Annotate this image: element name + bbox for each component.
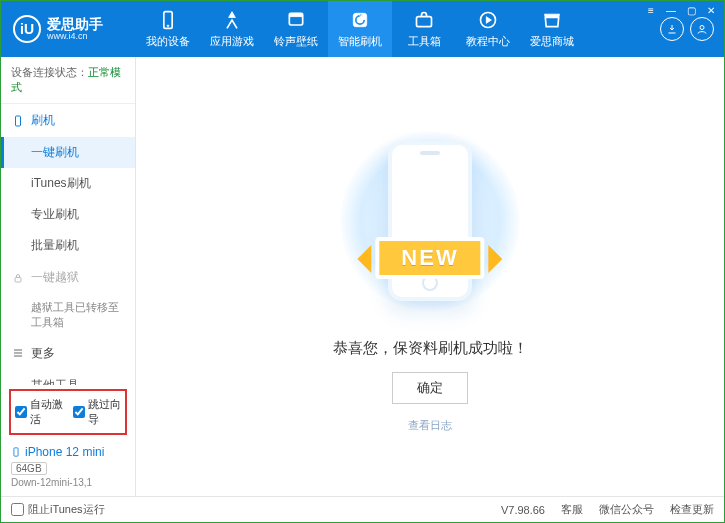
minimize-icon[interactable]: — <box>664 5 678 15</box>
nav-label: 爱思商城 <box>530 34 574 49</box>
jailbreak-note: 越狱工具已转移至工具箱 <box>1 294 135 337</box>
device-icon <box>158 10 178 30</box>
titlebar: iU 爱思助手 www.i4.cn 我的设备 应用游戏 铃声壁纸 智能刷机 <box>1 1 724 57</box>
nav-label: 工具箱 <box>408 34 441 49</box>
apps-icon <box>222 10 242 30</box>
logo-mark: iU <box>13 15 41 43</box>
store-icon <box>542 10 562 30</box>
svg-point-1 <box>167 25 169 27</box>
toolbox-icon <box>414 10 434 30</box>
download-button[interactable] <box>660 17 684 41</box>
svg-rect-8 <box>16 116 21 126</box>
svg-rect-10 <box>14 448 18 456</box>
play-icon <box>478 10 498 30</box>
nav-apps[interactable]: 应用游戏 <box>200 1 264 57</box>
view-log-link[interactable]: 查看日志 <box>408 418 452 433</box>
nav-flash[interactable]: 智能刷机 <box>328 1 392 57</box>
close-icon[interactable]: ✕ <box>704 5 718 15</box>
nav-label: 铃声壁纸 <box>274 34 318 49</box>
section-title: 更多 <box>31 345 55 362</box>
section-jailbreak[interactable]: 一键越狱 <box>1 261 135 294</box>
account-button[interactable] <box>690 17 714 41</box>
ribbon-text: NEW <box>375 237 484 279</box>
connection-status: 设备连接状态：正常模式 <box>1 57 135 104</box>
sidebar-item-pro[interactable]: 专业刷机 <box>1 199 135 230</box>
nav-label: 教程中心 <box>466 34 510 49</box>
brand-logo: iU 爱思助手 www.i4.cn <box>1 15 136 43</box>
menu-icon[interactable]: ≡ <box>644 5 658 15</box>
wallpaper-icon <box>286 10 306 30</box>
svg-rect-3 <box>289 13 302 16</box>
sidebar: 设备连接状态：正常模式 刷机 一键刷机 iTunes刷机 专业刷机 批量刷机 <box>1 57 136 496</box>
download-icon <box>666 23 678 35</box>
version-label: V7.98.66 <box>501 504 545 516</box>
section-more[interactable]: 更多 <box>1 337 135 370</box>
section-title: 刷机 <box>31 112 55 129</box>
main-panel: NEW 恭喜您，保资料刷机成功啦！ 确定 查看日志 <box>136 57 724 496</box>
skip-guide-input[interactable] <box>73 406 85 418</box>
skip-guide-label: 跳过向导 <box>88 397 121 427</box>
checkbox-auto-activate[interactable]: 自动激活 <box>15 397 63 427</box>
section-title: 一键越狱 <box>31 269 79 286</box>
body: 设备连接状态：正常模式 刷机 一键刷机 iTunes刷机 专业刷机 批量刷机 <box>1 57 724 496</box>
main-nav: 我的设备 应用游戏 铃声壁纸 智能刷机 工具箱 教程中心 <box>136 1 660 57</box>
nav-my-device[interactable]: 我的设备 <box>136 1 200 57</box>
support-link[interactable]: 客服 <box>561 502 583 517</box>
nav-label: 应用游戏 <box>210 34 254 49</box>
sidebar-scroll: 刷机 一键刷机 iTunes刷机 专业刷机 批量刷机 一键越狱 越狱工具已转移至… <box>1 104 135 385</box>
device-model: Down-12mini-13,1 <box>11 477 125 488</box>
device-name-text: iPhone 12 mini <box>25 445 104 459</box>
nav-ringtone[interactable]: 铃声壁纸 <box>264 1 328 57</box>
block-itunes-checkbox[interactable]: 阻止iTunes运行 <box>11 502 105 517</box>
content-area: NEW 恭喜您，保资料刷机成功啦！ 确定 查看日志 <box>136 57 724 496</box>
options-highlight: 自动激活 跳过向导 <box>9 389 127 435</box>
sidebar-item-batch[interactable]: 批量刷机 <box>1 230 135 261</box>
list-icon <box>11 346 25 360</box>
auto-activate-label: 自动激活 <box>30 397 63 427</box>
checkbox-skip-guide[interactable]: 跳过向导 <box>73 397 121 427</box>
success-illustration: NEW <box>320 121 540 321</box>
status-bar: 阻止iTunes运行 V7.98.66 客服 微信公众号 检查更新 <box>1 496 724 522</box>
update-link[interactable]: 检查更新 <box>670 502 714 517</box>
brand-name: 爱思助手 <box>47 17 103 31</box>
phone-icon <box>11 114 25 128</box>
block-itunes-label: 阻止iTunes运行 <box>28 502 105 517</box>
nav-label: 智能刷机 <box>338 34 382 49</box>
nav-store[interactable]: 爱思商城 <box>520 1 584 57</box>
phone-icon <box>11 445 21 459</box>
connection-label: 设备连接状态： <box>11 66 88 78</box>
wechat-link[interactable]: 微信公众号 <box>599 502 654 517</box>
title-right <box>660 17 724 41</box>
block-itunes-input[interactable] <box>11 503 24 516</box>
window-controls: ≡ — ▢ ✕ <box>644 5 718 15</box>
auto-activate-input[interactable] <box>15 406 27 418</box>
svg-rect-5 <box>417 16 432 26</box>
lock-icon <box>11 271 25 285</box>
nav-toolbox[interactable]: 工具箱 <box>392 1 456 57</box>
svg-point-7 <box>700 26 704 30</box>
maximize-icon[interactable]: ▢ <box>684 5 698 15</box>
user-icon <box>696 23 708 35</box>
nav-tutorial[interactable]: 教程中心 <box>456 1 520 57</box>
device-name: iPhone 12 mini <box>11 445 125 459</box>
sidebar-item-oneclick[interactable]: 一键刷机 <box>1 137 135 168</box>
app-window: ≡ — ▢ ✕ iU 爱思助手 www.i4.cn 我的设备 应用游戏 铃声壁纸 <box>0 0 725 523</box>
ok-button[interactable]: 确定 <box>392 372 468 404</box>
refresh-icon <box>350 10 370 30</box>
device-capacity: 64GB <box>11 462 47 475</box>
sidebar-item-other[interactable]: 其他工具 <box>1 370 135 385</box>
section-flash[interactable]: 刷机 <box>1 104 135 137</box>
nav-label: 我的设备 <box>146 34 190 49</box>
new-ribbon: NEW <box>375 237 484 279</box>
brand-url: www.i4.cn <box>47 31 103 42</box>
device-panel[interactable]: iPhone 12 mini 64GB Down-12mini-13,1 <box>1 439 135 496</box>
success-message: 恭喜您，保资料刷机成功啦！ <box>333 339 528 358</box>
sidebar-item-itunes[interactable]: iTunes刷机 <box>1 168 135 199</box>
svg-rect-9 <box>15 277 21 282</box>
